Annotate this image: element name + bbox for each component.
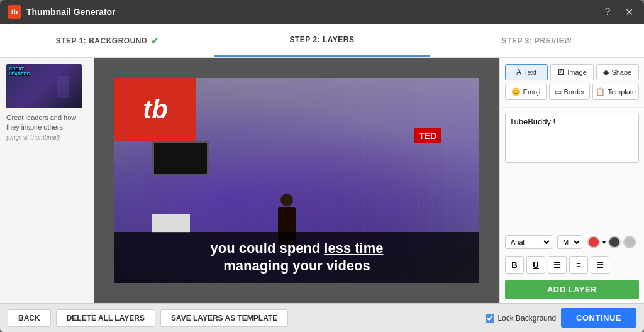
title-bar-actions: ? ✕ (600, 4, 636, 19)
emoji-tool-icon: 😊 (511, 87, 521, 96)
right-panel: A Text 🖼 Image ◆ Shape 😊 Emoji (499, 58, 644, 303)
delete-all-button[interactable]: DELETE ALL LAYERS (56, 309, 155, 327)
tool-toolbar: A Text 🖼 Image ◆ Shape 😊 Emoji (500, 58, 644, 108)
thumb-person-silhouette (57, 76, 69, 98)
footer-bar: BACK DELETE ALL LAYERS SAVE LAYERS AS TE… (0, 303, 644, 332)
layer-text-input[interactable]: TubeBuddy ! (505, 113, 639, 163)
canvas-main-text: you could spend less timemanaging your v… (122, 240, 472, 275)
close-button[interactable]: ✕ (621, 4, 636, 19)
tool-shape-button[interactable]: ◆ Shape (596, 64, 639, 80)
color-gray-button[interactable] (623, 236, 636, 248)
align-left-button[interactable]: ☰ (548, 256, 567, 274)
tool-template-button[interactable]: 📋 Template (592, 84, 639, 100)
help-button[interactable]: ? (600, 4, 615, 19)
back-button[interactable]: BACK (8, 309, 51, 327)
canvas-image[interactable]: tb TED y (114, 78, 479, 283)
bold-button[interactable]: B (505, 256, 524, 274)
app-logo: tb (8, 5, 21, 19)
step1-check-icon: ✔ (151, 36, 159, 46)
format-options-row: Arial Verdana Georgia S M L XL ▾ (500, 231, 644, 253)
shape-tool-icon: ◆ (603, 68, 609, 77)
align-right-button[interactable]: ☰ (591, 256, 609, 274)
tool-text-button[interactable]: A Text (505, 64, 548, 80)
tb-logo-text: tb (143, 94, 168, 124)
thumb-title: GREATLEADERS (9, 67, 30, 76)
tool-row-1: A Text 🖼 Image ◆ Shape (505, 64, 639, 80)
person-head (280, 194, 293, 206)
original-thumbnail: GREATLEADERS (6, 64, 82, 108)
left-sidebar: GREATLEADERS Great leaders and how they … (0, 58, 94, 303)
thumb-background: GREATLEADERS (6, 64, 82, 108)
main-content: GREATLEADERS Great leaders and how they … (0, 58, 644, 303)
continue-button[interactable]: CONTINUE (561, 308, 636, 328)
modal-container: tb Thumbnail Generator ? ✕ STEP 1: BACKG… (0, 0, 644, 332)
lock-background-label[interactable]: Lock Background (486, 314, 556, 323)
ted-sign: TED (414, 128, 441, 143)
add-layer-button[interactable]: ADD LAYER (505, 280, 639, 299)
step-2[interactable]: STEP 2: LAYERS (214, 24, 429, 57)
step-3[interactable]: STEP 3: PREVIEW (430, 24, 644, 57)
steps-bar: STEP 1: BACKGROUND ✔ STEP 2: LAYERS STEP… (0, 24, 644, 58)
size-select[interactable]: S M L XL (557, 235, 582, 249)
canvas-text-overlay: you could spend less timemanaging your v… (114, 232, 479, 283)
align-center-button[interactable]: ≡ (569, 256, 588, 274)
tool-border-button[interactable]: ▭ Border (549, 84, 591, 100)
text-input-area: TubeBuddy ! (500, 108, 644, 231)
stage-monitor (152, 141, 209, 175)
title-bar: tb Thumbnail Generator ? ✕ (0, 0, 644, 24)
color-red-button[interactable] (587, 236, 600, 248)
step-1[interactable]: STEP 1: BACKGROUND ✔ (0, 24, 214, 57)
tool-image-button[interactable]: 🖼 Image (550, 64, 593, 80)
tubebuddy-logo-overlay: tb (114, 78, 196, 141)
canvas-area[interactable]: tb TED y (94, 58, 499, 303)
image-tool-icon: 🖼 (557, 68, 565, 77)
format-buttons-row: B U ☰ ≡ ☰ (500, 253, 644, 276)
border-tool-icon: ▭ (555, 87, 562, 96)
stage-table (152, 214, 190, 233)
tool-emoji-button[interactable]: 😊 Emoji (505, 84, 547, 100)
color-chevron-icon: ▾ (602, 239, 606, 246)
thumbnail-description: Great leaders and how they inspire other… (6, 113, 87, 142)
monitor-screen (154, 143, 207, 174)
color-dark-button[interactable] (608, 236, 621, 248)
save-template-button[interactable]: SAVE LAYERS AS TEMPLATE (160, 309, 288, 327)
text-tool-icon: A (516, 68, 521, 77)
font-select[interactable]: Arial Verdana Georgia (505, 235, 552, 249)
app-title: Thumbnail Generator (26, 7, 600, 17)
tool-row-2: 😊 Emoji ▭ Border 📋 Template (505, 84, 639, 100)
underline-button[interactable]: U (526, 256, 545, 274)
template-tool-icon: 📋 (596, 87, 605, 96)
lock-background-checkbox[interactable] (486, 314, 494, 323)
